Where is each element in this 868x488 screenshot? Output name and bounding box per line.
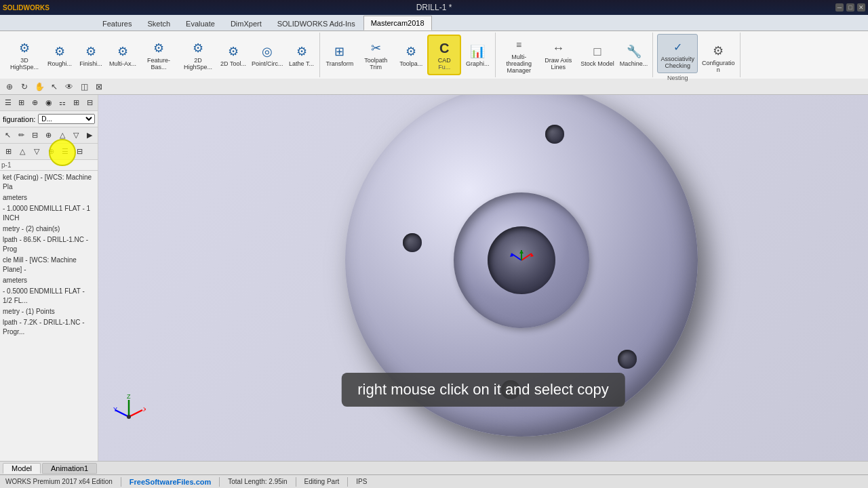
panel-icon2-4[interactable]: ⊕ [44, 145, 58, 159]
select-btn[interactable]: ↖ [47, 80, 61, 94]
svg-line-1 [511, 253, 521, 260]
tab-evaluate[interactable]: Evaluate [178, 16, 222, 30]
view-btn[interactable]: 👁 [62, 80, 76, 94]
close-btn[interactable]: ✕ [857, 3, 865, 12]
panel-item-7[interactable]: - 0.5000 ENDMILL1 FLAT - 1/2 FL... [1, 286, 96, 306]
roughing-btn[interactable]: ⚙ Roughi... [45, 41, 75, 69]
collapse-btn[interactable]: ⊟ [83, 96, 96, 110]
panel-item-4[interactable]: lpath - 86.5K - DRILL-1.NC - Prog [1, 235, 96, 255]
3d-highspeed-label: 3D HighSpe... [7, 58, 41, 71]
tab-mastercam2018[interactable]: Mastercam2018 [363, 16, 432, 30]
panel-edit-btn[interactable]: ✏ [15, 129, 28, 142]
list-view-btn[interactable]: ☰ [1, 96, 14, 110]
panel-delete-btn[interactable]: ⊟ [28, 129, 41, 142]
point-circle-label: Point/Circ... [252, 61, 283, 68]
transform-btn[interactable]: ⊞ Transform [324, 41, 356, 69]
feature-based-btn[interactable]: ⚙ Feature-Bas... [140, 37, 178, 73]
svg-text:Z: Z [127, 393, 131, 400]
transform-icon: ⊞ [330, 42, 349, 61]
minimize-btn[interactable]: ─ [835, 3, 844, 12]
panel-item-6[interactable]: ameters [1, 275, 96, 286]
status-bar: WORKS Premium 2017 x64 Edition FreeSoftw… [0, 474, 868, 488]
svg-line-6 [129, 410, 142, 417]
lathe-icon: ⚙ [292, 42, 311, 61]
toolpath-btn[interactable]: ⚙ Toolpa... [396, 41, 426, 69]
cad-fu-btn[interactable]: C CAD Fu... [427, 35, 461, 75]
website-link[interactable]: FreeSoftwareFiles.com [130, 478, 211, 486]
panel-icon2-2[interactable]: △ [16, 145, 29, 159]
multithreading-btn[interactable]: ≡ Multi-threading Manager [500, 34, 538, 76]
panel-up-btn[interactable]: △ [56, 129, 69, 142]
panel-icon2-3[interactable]: ▽ [30, 145, 43, 159]
panel-icon2-1[interactable]: ⊞ [1, 145, 15, 159]
tab-solidworks-addins[interactable]: SOLIDWORKS Add-Ins [270, 16, 363, 30]
finishing-btn[interactable]: ⚙ Finishi... [76, 41, 106, 69]
panel-item-2[interactable]: - 1.0000 ENDMILL1 FLAT - 1 INCH [1, 203, 96, 224]
2d-highspeed-btn[interactable]: ⚙ 2D HighSpe... [179, 37, 217, 73]
graphics-btn[interactable]: 📊 Graphi... [462, 41, 492, 69]
cad-fu-icon: C [435, 39, 454, 58]
settings-btn[interactable]: ◉ [42, 96, 55, 110]
panel-item-3[interactable]: metry - (2) chain(s) [1, 224, 96, 235]
restore-btn[interactable]: □ [846, 3, 854, 12]
panel-item-1[interactable]: ameters [1, 192, 96, 203]
document-title: DRILL-1 * [416, 3, 452, 12]
panel-down-btn[interactable]: ▽ [70, 129, 83, 142]
associativity-checking-btn[interactable]: ✓ AssociativityChecking [657, 34, 698, 73]
multi-axis-icon: ⚙ [113, 42, 132, 61]
draw-axis-btn[interactable]: ↔ Draw Axis Lines [539, 37, 577, 73]
panel-item-8[interactable]: metry - (1) Points [1, 306, 96, 317]
pan-btn[interactable]: ✋ [33, 80, 46, 94]
multithread-buttons: ≡ Multi-threading Manager ↔ Draw Axis Li… [500, 34, 650, 76]
tab-features[interactable]: Features [95, 16, 139, 30]
stock-model-btn[interactable]: □ Stock Model [578, 41, 616, 69]
associativity-icon: ✓ [668, 37, 687, 56]
multithreading-icon: ≡ [509, 35, 528, 54]
panel-select-btn[interactable]: ↖ [1, 129, 14, 142]
multi-axis-btn[interactable]: ⚙ Multi-Ax... [107, 41, 138, 69]
section-view-btn[interactable]: ⊠ [92, 80, 106, 94]
2d-tool-btn[interactable]: ⚙ 2D Tool... [218, 41, 248, 69]
panel-icon2-6[interactable]: ⊟ [73, 145, 86, 159]
status-sep-2 [219, 477, 220, 487]
panel-content: ket (Facing) - [WCS: Machine Pla ameters… [0, 171, 98, 461]
zoom-fit-btn[interactable]: ⊕ [3, 80, 16, 94]
total-length: Total Length: 2.95in [228, 478, 287, 485]
center-hole [488, 226, 555, 294]
display-btn[interactable]: ◫ [77, 80, 91, 94]
expand-btn[interactable]: ⊞ [70, 96, 83, 110]
ribbon-content: ⚙ 3D HighSpe... ⚙ Roughi... ⚙ Finishi...… [0, 31, 868, 79]
point-circle-icon: ◎ [258, 42, 277, 61]
panel-item-5[interactable]: cle Mill - [WCS: Machine Plane] - [1, 255, 96, 275]
panel-item-9[interactable]: lpath - 7.2K - DRILL-1.NC - Progr... [1, 317, 96, 338]
panel-item-0[interactable]: ket (Facing) - [WCS: Machine Pla [1, 172, 96, 192]
toolpath-trim-btn[interactable]: ✂ Toolpath Trim [357, 37, 395, 73]
nesting-label-text: Nesting [657, 75, 698, 81]
group-btn[interactable]: ⚏ [56, 96, 69, 110]
status-sep-4 [347, 477, 348, 487]
filter-btn[interactable]: ⊕ [28, 96, 41, 110]
config-select[interactable]: D... [38, 114, 95, 124]
panel-add-btn[interactable]: ⊕ [42, 129, 55, 142]
configuration-btn[interactable]: ⚙ Configuration [699, 40, 737, 75]
graphics-icon: 📊 [468, 42, 487, 61]
panel-icon2-5[interactable]: ☰ [58, 145, 72, 159]
tab-sketch[interactable]: Sketch [140, 16, 178, 30]
point-circle-btn[interactable]: ◎ Point/Circ... [250, 41, 285, 69]
panel-sim-btn[interactable]: ▶ [83, 129, 96, 142]
tab-dimxpert[interactable]: DimXpert [223, 16, 269, 30]
lathe-btn[interactable]: ⚙ Lathe T... [287, 41, 317, 69]
tooltip-overlay: right mouse click on it and select copy [341, 373, 625, 407]
tab-animation1[interactable]: Animation1 [42, 463, 97, 474]
axis-indicator: X Y Z [112, 393, 146, 427]
grid-view-btn[interactable]: ⊞ [15, 96, 28, 110]
config-label: figuration: [3, 115, 35, 123]
rotate-btn[interactable]: ↻ [18, 80, 31, 94]
3d-highspeed-btn[interactable]: ⚙ 3D HighSpe... [5, 37, 43, 73]
svg-line-0 [521, 253, 532, 260]
svg-point-12 [127, 415, 131, 419]
status-sep-3 [296, 477, 296, 487]
machine-btn[interactable]: 🔧 Machine... [618, 41, 650, 69]
3d-viewport[interactable]: right mouse click on it and select copy … [98, 95, 868, 461]
tab-model[interactable]: Model [3, 463, 41, 474]
